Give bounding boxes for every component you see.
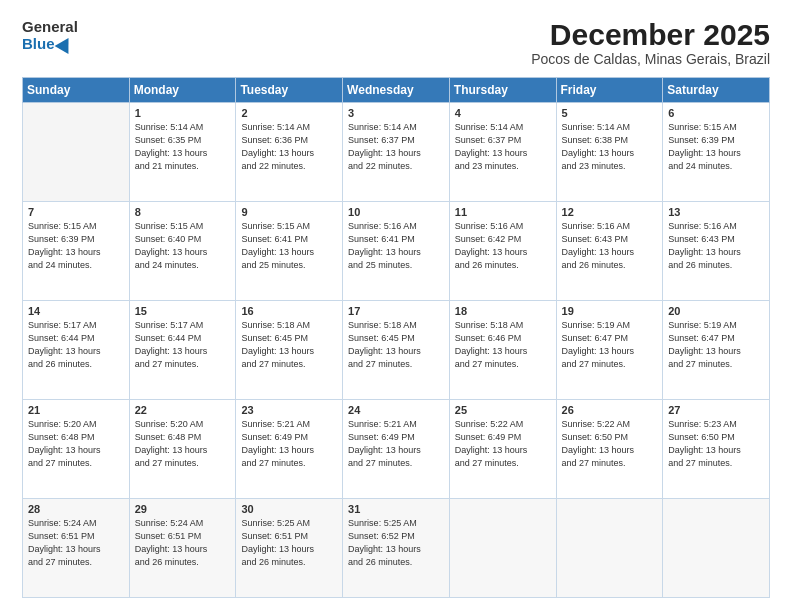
calendar-cell: 4Sunrise: 5:14 AMSunset: 6:37 PMDaylight… <box>449 103 556 202</box>
month-year-title: December 2025 <box>531 18 770 51</box>
calendar-table: SundayMondayTuesdayWednesdayThursdayFrid… <box>22 77 770 598</box>
calendar-cell: 3Sunrise: 5:14 AMSunset: 6:37 PMDaylight… <box>343 103 450 202</box>
day-number: 13 <box>668 206 764 218</box>
calendar-cell: 6Sunrise: 5:15 AMSunset: 6:39 PMDaylight… <box>663 103 770 202</box>
calendar-cell: 1Sunrise: 5:14 AMSunset: 6:35 PMDaylight… <box>129 103 236 202</box>
logo: General Blue <box>22 18 78 53</box>
day-info: Sunrise: 5:21 AMSunset: 6:49 PMDaylight:… <box>241 418 337 470</box>
day-info: Sunrise: 5:16 AMSunset: 6:42 PMDaylight:… <box>455 220 551 272</box>
calendar-cell: 14Sunrise: 5:17 AMSunset: 6:44 PMDayligh… <box>23 301 130 400</box>
day-info: Sunrise: 5:17 AMSunset: 6:44 PMDaylight:… <box>28 319 124 371</box>
day-info: Sunrise: 5:14 AMSunset: 6:37 PMDaylight:… <box>348 121 444 173</box>
calendar-body: 1Sunrise: 5:14 AMSunset: 6:35 PMDaylight… <box>23 103 770 598</box>
calendar-header: SundayMondayTuesdayWednesdayThursdayFrid… <box>23 78 770 103</box>
day-info: Sunrise: 5:14 AMSunset: 6:38 PMDaylight:… <box>562 121 658 173</box>
day-number: 24 <box>348 404 444 416</box>
day-number: 4 <box>455 107 551 119</box>
calendar-week-row: 14Sunrise: 5:17 AMSunset: 6:44 PMDayligh… <box>23 301 770 400</box>
day-number: 1 <box>135 107 231 119</box>
day-number: 23 <box>241 404 337 416</box>
day-number: 27 <box>668 404 764 416</box>
day-of-week-header: Wednesday <box>343 78 450 103</box>
calendar-cell: 5Sunrise: 5:14 AMSunset: 6:38 PMDaylight… <box>556 103 663 202</box>
calendar-cell: 31Sunrise: 5:25 AMSunset: 6:52 PMDayligh… <box>343 499 450 598</box>
day-number: 11 <box>455 206 551 218</box>
day-info: Sunrise: 5:21 AMSunset: 6:49 PMDaylight:… <box>348 418 444 470</box>
calendar-cell: 23Sunrise: 5:21 AMSunset: 6:49 PMDayligh… <box>236 400 343 499</box>
day-info: Sunrise: 5:18 AMSunset: 6:45 PMDaylight:… <box>348 319 444 371</box>
day-info: Sunrise: 5:25 AMSunset: 6:51 PMDaylight:… <box>241 517 337 569</box>
calendar-week-row: 21Sunrise: 5:20 AMSunset: 6:48 PMDayligh… <box>23 400 770 499</box>
day-of-week-header: Monday <box>129 78 236 103</box>
day-number: 6 <box>668 107 764 119</box>
logo-blue: Blue <box>22 35 78 52</box>
day-number: 20 <box>668 305 764 317</box>
calendar-cell: 20Sunrise: 5:19 AMSunset: 6:47 PMDayligh… <box>663 301 770 400</box>
calendar-cell: 24Sunrise: 5:21 AMSunset: 6:49 PMDayligh… <box>343 400 450 499</box>
day-number: 30 <box>241 503 337 515</box>
calendar-cell <box>23 103 130 202</box>
day-info: Sunrise: 5:15 AMSunset: 6:40 PMDaylight:… <box>135 220 231 272</box>
day-number: 21 <box>28 404 124 416</box>
calendar-cell: 8Sunrise: 5:15 AMSunset: 6:40 PMDaylight… <box>129 202 236 301</box>
day-info: Sunrise: 5:16 AMSunset: 6:43 PMDaylight:… <box>562 220 658 272</box>
day-number: 18 <box>455 305 551 317</box>
calendar-week-row: 7Sunrise: 5:15 AMSunset: 6:39 PMDaylight… <box>23 202 770 301</box>
day-number: 8 <box>135 206 231 218</box>
calendar-cell: 25Sunrise: 5:22 AMSunset: 6:49 PMDayligh… <box>449 400 556 499</box>
calendar-cell: 11Sunrise: 5:16 AMSunset: 6:42 PMDayligh… <box>449 202 556 301</box>
calendar-week-row: 1Sunrise: 5:14 AMSunset: 6:35 PMDaylight… <box>23 103 770 202</box>
day-info: Sunrise: 5:23 AMSunset: 6:50 PMDaylight:… <box>668 418 764 470</box>
location-subtitle: Pocos de Caldas, Minas Gerais, Brazil <box>531 51 770 67</box>
day-info: Sunrise: 5:19 AMSunset: 6:47 PMDaylight:… <box>668 319 764 371</box>
day-number: 31 <box>348 503 444 515</box>
day-info: Sunrise: 5:22 AMSunset: 6:50 PMDaylight:… <box>562 418 658 470</box>
day-info: Sunrise: 5:24 AMSunset: 6:51 PMDaylight:… <box>28 517 124 569</box>
day-info: Sunrise: 5:14 AMSunset: 6:35 PMDaylight:… <box>135 121 231 173</box>
day-number: 25 <box>455 404 551 416</box>
day-info: Sunrise: 5:18 AMSunset: 6:46 PMDaylight:… <box>455 319 551 371</box>
day-number: 16 <box>241 305 337 317</box>
calendar-cell: 16Sunrise: 5:18 AMSunset: 6:45 PMDayligh… <box>236 301 343 400</box>
calendar-cell: 13Sunrise: 5:16 AMSunset: 6:43 PMDayligh… <box>663 202 770 301</box>
calendar-week-row: 28Sunrise: 5:24 AMSunset: 6:51 PMDayligh… <box>23 499 770 598</box>
calendar-cell <box>556 499 663 598</box>
day-info: Sunrise: 5:24 AMSunset: 6:51 PMDaylight:… <box>135 517 231 569</box>
day-info: Sunrise: 5:25 AMSunset: 6:52 PMDaylight:… <box>348 517 444 569</box>
day-number: 28 <box>28 503 124 515</box>
day-number: 15 <box>135 305 231 317</box>
calendar-cell: 17Sunrise: 5:18 AMSunset: 6:45 PMDayligh… <box>343 301 450 400</box>
day-number: 29 <box>135 503 231 515</box>
logo-triangle-icon <box>54 34 75 54</box>
day-of-week-header: Sunday <box>23 78 130 103</box>
calendar-cell: 28Sunrise: 5:24 AMSunset: 6:51 PMDayligh… <box>23 499 130 598</box>
day-info: Sunrise: 5:16 AMSunset: 6:41 PMDaylight:… <box>348 220 444 272</box>
calendar-cell: 30Sunrise: 5:25 AMSunset: 6:51 PMDayligh… <box>236 499 343 598</box>
calendar-cell: 12Sunrise: 5:16 AMSunset: 6:43 PMDayligh… <box>556 202 663 301</box>
day-number: 22 <box>135 404 231 416</box>
calendar-cell: 29Sunrise: 5:24 AMSunset: 6:51 PMDayligh… <box>129 499 236 598</box>
calendar-cell: 9Sunrise: 5:15 AMSunset: 6:41 PMDaylight… <box>236 202 343 301</box>
title-block: December 2025 Pocos de Caldas, Minas Ger… <box>531 18 770 67</box>
day-number: 14 <box>28 305 124 317</box>
calendar-cell: 27Sunrise: 5:23 AMSunset: 6:50 PMDayligh… <box>663 400 770 499</box>
calendar-cell: 19Sunrise: 5:19 AMSunset: 6:47 PMDayligh… <box>556 301 663 400</box>
day-info: Sunrise: 5:15 AMSunset: 6:41 PMDaylight:… <box>241 220 337 272</box>
calendar-cell: 7Sunrise: 5:15 AMSunset: 6:39 PMDaylight… <box>23 202 130 301</box>
calendar-cell: 15Sunrise: 5:17 AMSunset: 6:44 PMDayligh… <box>129 301 236 400</box>
header: General Blue December 2025 Pocos de Cald… <box>22 18 770 67</box>
day-info: Sunrise: 5:20 AMSunset: 6:48 PMDaylight:… <box>28 418 124 470</box>
calendar-cell: 26Sunrise: 5:22 AMSunset: 6:50 PMDayligh… <box>556 400 663 499</box>
day-number: 7 <box>28 206 124 218</box>
day-number: 5 <box>562 107 658 119</box>
day-number: 26 <box>562 404 658 416</box>
day-number: 17 <box>348 305 444 317</box>
page: General Blue December 2025 Pocos de Cald… <box>0 0 792 612</box>
day-info: Sunrise: 5:15 AMSunset: 6:39 PMDaylight:… <box>28 220 124 272</box>
day-number: 3 <box>348 107 444 119</box>
calendar-cell <box>449 499 556 598</box>
day-info: Sunrise: 5:15 AMSunset: 6:39 PMDaylight:… <box>668 121 764 173</box>
calendar-cell <box>663 499 770 598</box>
day-info: Sunrise: 5:17 AMSunset: 6:44 PMDaylight:… <box>135 319 231 371</box>
day-number: 19 <box>562 305 658 317</box>
